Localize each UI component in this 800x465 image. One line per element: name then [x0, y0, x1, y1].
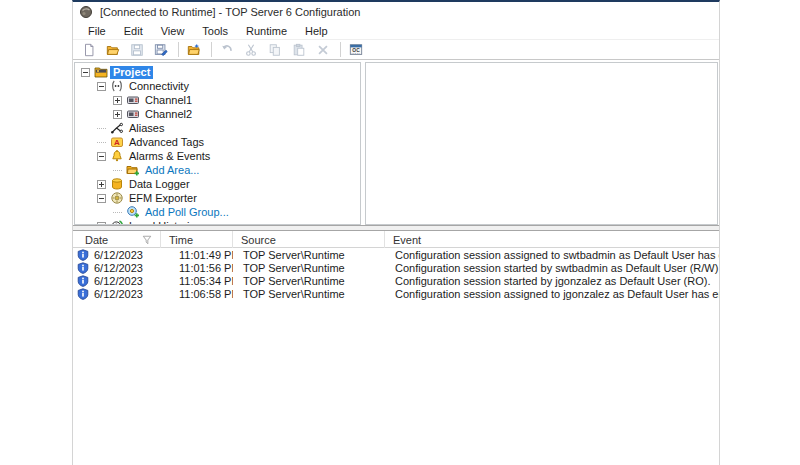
add-poll-group-icon	[126, 205, 140, 219]
title-bar[interactable]: [Connected to Runtime] - TOP Server 6 Co…	[73, 2, 719, 22]
event-date: 6/12/2023	[94, 275, 143, 287]
menu-tools[interactable]: Tools	[193, 24, 237, 38]
event-source: TOP Server\Runtime	[233, 287, 385, 300]
window-title: [Connected to Runtime] - TOP Server 6 Co…	[100, 6, 360, 18]
undo-icon	[220, 43, 234, 57]
tree-item-data-logger[interactable]: Data Logger	[75, 177, 360, 191]
tree-connector	[113, 166, 122, 175]
tree-item-label: Data Logger	[126, 178, 193, 191]
toolbar-separator	[211, 42, 212, 57]
event-time: 11:01:49 PM	[161, 248, 233, 261]
event-message: Configuration session started by swtbadm…	[385, 261, 719, 274]
tree-item-label: EFM Exporter	[126, 192, 200, 205]
event-row[interactable]: 6/12/202311:01:49 PMTOP Server\RuntimeCo…	[73, 248, 719, 261]
event-row[interactable]: 6/12/202311:06:58 PMTOP Server\RuntimeCo…	[73, 287, 719, 300]
open-project-icon	[106, 43, 120, 57]
menu-runtime[interactable]: Runtime	[237, 24, 296, 38]
app-icon	[79, 5, 93, 19]
tree-item-label: Project	[110, 66, 153, 79]
event-time: 11:05:34 PM	[161, 274, 233, 287]
menu-view[interactable]: View	[152, 24, 194, 38]
column-header-source[interactable]: Source	[233, 231, 385, 248]
tree-item-advanced-tags[interactable]: AAdvanced Tags	[75, 135, 360, 149]
tree-item-aliases[interactable]: Aliases	[75, 121, 360, 135]
toolbar-separator	[178, 42, 179, 57]
event-date: 6/12/2023	[94, 288, 143, 300]
column-header-date[interactable]: Date	[73, 231, 161, 248]
save-icon	[130, 43, 144, 57]
efm-exporter-icon	[110, 191, 124, 205]
tree-item-alarms-events[interactable]: Alarms & Events	[75, 149, 360, 163]
tree-item-label: Alarms & Events	[126, 150, 213, 163]
tree-connector	[97, 138, 106, 147]
new-project-icon	[82, 43, 96, 57]
event-log: DateTimeSourceEvent 6/12/202311:01:49 PM…	[73, 231, 719, 465]
column-header-time[interactable]: Time	[161, 231, 233, 248]
event-log-rows: 6/12/202311:01:49 PMTOP Server\RuntimeCo…	[73, 248, 719, 300]
event-source: TOP Server\Runtime	[233, 274, 385, 287]
detail-panel[interactable]	[365, 62, 718, 225]
tree-item-label: Channel1	[142, 94, 195, 107]
aliases-icon	[110, 121, 124, 135]
event-source: TOP Server\Runtime	[233, 248, 385, 261]
menu-file[interactable]: File	[79, 24, 115, 38]
main-area: ProjectConnectivityChannel1Channel2Alias…	[73, 60, 719, 225]
tree-item-label: Advanced Tags	[126, 136, 207, 149]
local-historian-icon	[110, 219, 124, 225]
alarm-bell-icon	[110, 149, 124, 163]
expand-icon[interactable]	[113, 96, 122, 105]
event-log-header: DateTimeSourceEvent	[73, 231, 719, 248]
collapse-icon[interactable]	[97, 194, 106, 203]
copy-button	[265, 41, 287, 59]
expand-icon[interactable]	[97, 180, 106, 189]
column-header-event[interactable]: Event	[385, 231, 719, 248]
collapse-icon[interactable]	[97, 82, 106, 91]
event-date: 6/12/2023	[94, 249, 143, 261]
tree-item-local-historian[interactable]: Local Historian	[75, 219, 360, 225]
info-shield-icon	[77, 249, 89, 261]
cut-button	[241, 41, 263, 59]
collapse-icon[interactable]	[97, 222, 106, 226]
event-row[interactable]: 6/12/202311:01:56 PMTOP Server\RuntimeCo…	[73, 261, 719, 274]
event-time: 11:06:58 PM	[161, 287, 233, 300]
menu-help[interactable]: Help	[296, 24, 337, 38]
properties-icon	[187, 43, 201, 57]
properties-button[interactable]	[184, 41, 206, 59]
column-header-label: Source	[241, 234, 276, 246]
collapse-icon[interactable]	[81, 68, 90, 77]
filter-funnel-icon	[142, 235, 152, 245]
toolbar-separator	[340, 42, 341, 57]
expand-icon[interactable]	[113, 110, 122, 119]
cut-icon	[244, 43, 258, 57]
column-header-label: Time	[169, 234, 193, 246]
event-message: Configuration session started by jgonzal…	[385, 274, 719, 287]
tree-item-channel2[interactable]: Channel2	[75, 107, 360, 121]
tree-item-project[interactable]: Project	[75, 65, 360, 79]
collapse-icon[interactable]	[97, 152, 106, 161]
tree-item-label: Add Area...	[142, 164, 202, 177]
tree-item-add-poll-group[interactable]: Add Poll Group...	[75, 205, 360, 219]
delete-icon	[316, 43, 330, 57]
info-shield-icon	[77, 262, 89, 274]
quick-client-button[interactable]: OC	[346, 41, 368, 59]
menu-bar: FileEditViewToolsRuntimeHelp	[73, 22, 719, 39]
new-project-button[interactable]	[79, 41, 101, 59]
tree-item-efm-exporter[interactable]: EFM Exporter	[75, 191, 360, 205]
tree-item-connectivity[interactable]: Connectivity	[75, 79, 360, 93]
info-shield-icon	[77, 288, 89, 300]
save-as-button[interactable]	[151, 41, 173, 59]
tree-connector	[113, 208, 122, 217]
open-project-button[interactable]	[103, 41, 125, 59]
paste-icon	[292, 43, 306, 57]
menu-edit[interactable]: Edit	[115, 24, 152, 38]
event-row[interactable]: 6/12/202311:05:34 PMTOP Server\RuntimeCo…	[73, 274, 719, 287]
delete-button	[313, 41, 335, 59]
tree-connector	[97, 124, 106, 133]
tree-item-add-area[interactable]: Add Area...	[75, 163, 360, 177]
event-time: 11:01:56 PM	[161, 261, 233, 274]
tree-item-channel1[interactable]: Channel1	[75, 93, 360, 107]
add-area-icon	[126, 163, 140, 177]
paste-button	[289, 41, 311, 59]
tree-item-label: Aliases	[126, 122, 167, 135]
quick-client-icon: OC	[349, 43, 363, 57]
